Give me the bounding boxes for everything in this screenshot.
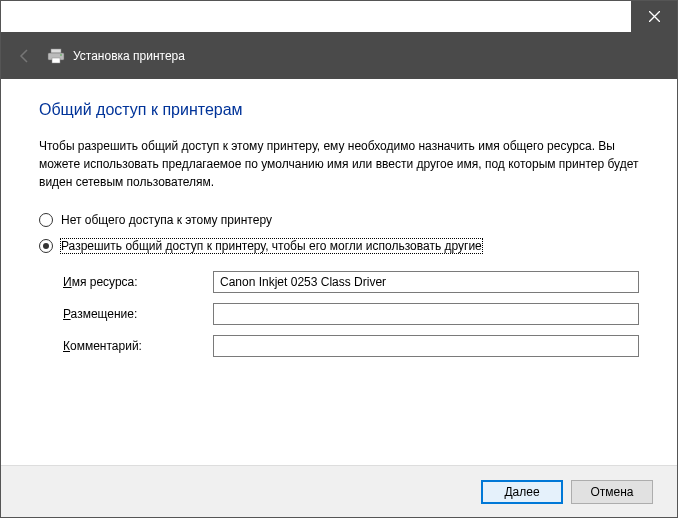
next-button[interactable]: Далее	[481, 480, 563, 504]
footer: Далее Отмена	[1, 465, 677, 517]
share-form: Имя ресурса: Размещение: Комментарий:	[39, 271, 639, 357]
radio-no-share-label: Нет общего доступа к этому принтеру	[61, 213, 272, 227]
page-description: Чтобы разрешить общий доступ к этому при…	[39, 137, 639, 191]
content-area: Общий доступ к принтерам Чтобы разрешить…	[1, 79, 677, 357]
printer-icon	[47, 48, 65, 64]
radio-no-share[interactable]	[39, 213, 53, 227]
comment-row: Комментарий:	[63, 335, 639, 357]
wizard-window: Установка принтера Общий доступ к принте…	[0, 0, 678, 518]
comment-label: Комментарий:	[63, 339, 213, 353]
share-name-row: Имя ресурса:	[63, 271, 639, 293]
share-name-label: Имя ресурса:	[63, 275, 213, 289]
page-title: Общий доступ к принтерам	[39, 101, 639, 119]
location-label: Размещение:	[63, 307, 213, 321]
share-name-input[interactable]	[213, 271, 639, 293]
comment-input[interactable]	[213, 335, 639, 357]
back-button	[15, 46, 35, 66]
radio-share-row[interactable]: Разрешить общий доступ к принтеру, чтобы…	[39, 239, 639, 253]
cancel-button[interactable]: Отмена	[571, 480, 653, 504]
wizard-header: Установка принтера	[1, 33, 677, 79]
close-button[interactable]	[631, 1, 677, 33]
back-arrow-icon	[17, 48, 33, 64]
svg-rect-2	[52, 58, 60, 63]
svg-point-3	[60, 54, 62, 56]
close-icon	[649, 11, 660, 22]
radio-share[interactable]	[39, 239, 53, 253]
radio-share-label: Разрешить общий доступ к принтеру, чтобы…	[61, 239, 482, 253]
svg-rect-0	[51, 49, 61, 53]
sharing-radio-group: Нет общего доступа к этому принтеру Разр…	[39, 213, 639, 253]
radio-no-share-row[interactable]: Нет общего доступа к этому принтеру	[39, 213, 639, 227]
location-row: Размещение:	[63, 303, 639, 325]
wizard-title: Установка принтера	[73, 49, 185, 63]
location-input[interactable]	[213, 303, 639, 325]
titlebar	[1, 1, 677, 33]
